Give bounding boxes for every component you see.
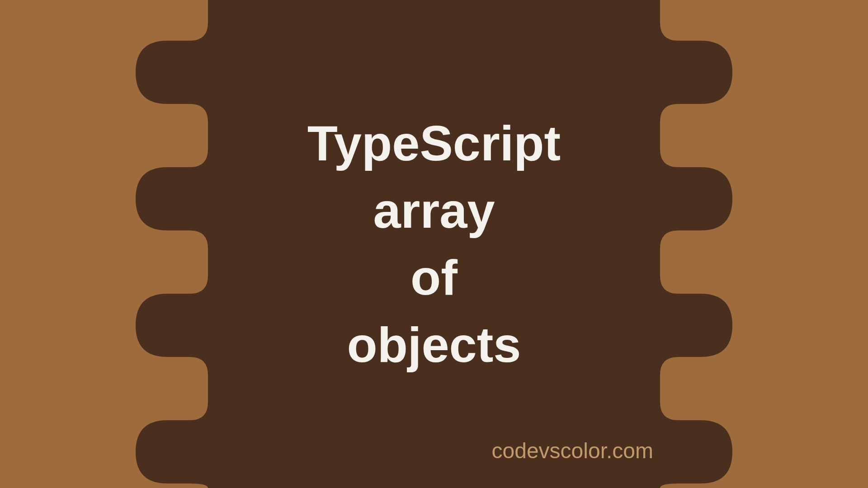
main-content: TypeScript array of objects (0, 0, 868, 488)
title-block: TypeScript array of objects (307, 110, 561, 378)
title-line-2: array (307, 177, 561, 244)
footer-attribution: codevscolor.com (492, 438, 654, 463)
title-line-4: objects (307, 311, 561, 379)
title-line-1: TypeScript (307, 110, 561, 177)
title-line-3: of (307, 244, 561, 311)
